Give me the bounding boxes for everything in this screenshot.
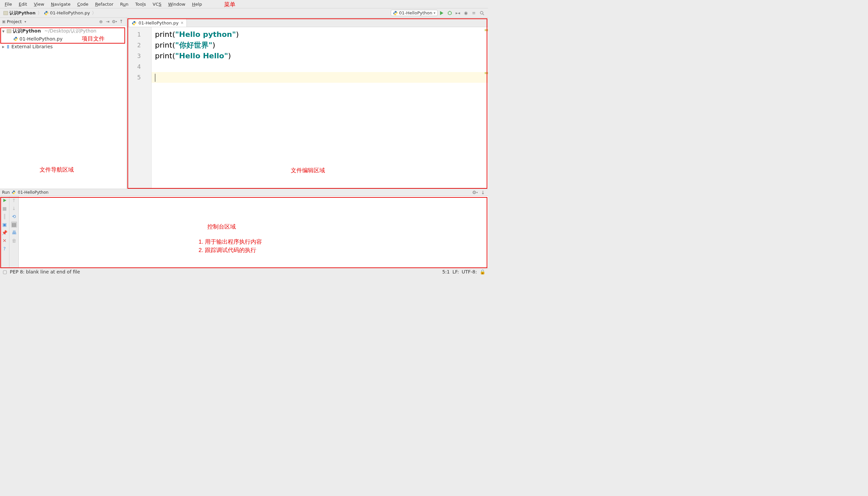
tree-root[interactable]: ▾ 认识Python ~/Desktop/认识Python — [0, 27, 126, 35]
run-toolbar-left: ■ ║ ▣ 📌 ✕ ? — [0, 196, 10, 268]
tree-file-label: 01-HelloPython.py — [19, 36, 63, 42]
python-file-icon — [44, 11, 49, 15]
status-lock-icon[interactable]: 🔒 — [480, 269, 485, 275]
gear-icon[interactable]: ⚙▾ — [111, 19, 117, 25]
tree-file[interactable]: 01-HelloPython.py — [0, 35, 126, 43]
chevron-down-icon[interactable]: ▾ — [25, 20, 26, 24]
run-panel-header: Run 01-HelloPython ⚙▾ ⤓ — [0, 189, 488, 196]
console-output[interactable] — [19, 196, 488, 268]
main-menu-bar: File Edit View Navigate Code Refactor Ru… — [0, 0, 488, 9]
code-line — [152, 61, 488, 72]
line-number: 4 — [127, 61, 151, 72]
code-line-current — [152, 72, 488, 83]
menu-view[interactable]: View — [31, 2, 48, 7]
breadcrumb-separator: 〉 — [92, 10, 96, 16]
status-position[interactable]: 5:1 — [442, 269, 450, 275]
svg-point-13 — [16, 40, 16, 40]
chevron-down-icon: ▾ — [434, 11, 435, 15]
menu-code[interactable]: Code — [74, 2, 92, 7]
svg-point-10 — [480, 11, 483, 14]
hide-icon[interactable]: ⤒ — [118, 19, 124, 25]
menu-help[interactable]: Help — [189, 2, 206, 7]
debug-button[interactable] — [446, 10, 453, 16]
run-panel: ■ ║ ▣ 📌 ✕ ? ↑ ↓ ⟲ ▤ 🖶 🗑 — [0, 196, 488, 268]
menu-run[interactable]: Run — [117, 2, 132, 7]
line-number: 2 — [127, 40, 151, 51]
rerun-button[interactable] — [2, 197, 8, 203]
code-line: print("Hello python") — [152, 29, 488, 40]
editor-gutter: 1 2 3 4 5 — [127, 27, 152, 189]
navigation-bar: 认识Python 〉 01-HelloPython.py 〉 01-HelloP… — [0, 9, 488, 18]
locate-icon[interactable]: ⊕ — [98, 19, 104, 25]
breadcrumb-separator: 〉 — [38, 10, 42, 16]
search-icon[interactable] — [479, 10, 485, 16]
close-tab-icon[interactable]: ✕ — [180, 21, 183, 25]
expand-arrow-icon[interactable]: ▸ — [1, 44, 5, 49]
svg-point-3 — [396, 14, 396, 14]
clear-button[interactable]: 🗑 — [11, 238, 17, 244]
line-number: 1 — [127, 29, 151, 40]
run-toolbar-left2: ↑ ↓ ⟲ ▤ 🖶 🗑 — [10, 196, 19, 268]
close-button[interactable]: ✕ — [2, 238, 8, 244]
folder-icon — [3, 11, 8, 15]
pin-button[interactable]: 📌 — [2, 230, 8, 236]
print-button[interactable]: 🖶 — [11, 230, 17, 236]
project-panel-header: ▣ Project ▾ ⊕ ⇥ ⚙▾ ⤒ — [0, 18, 126, 26]
svg-line-11 — [483, 14, 484, 15]
down-button[interactable]: ↓ — [11, 205, 17, 212]
svg-point-4 — [448, 11, 451, 15]
code-editor[interactable]: 1 2 3 4 5 print("Hello python") print("你… — [127, 27, 488, 189]
run-panel-label: Run — [2, 190, 10, 195]
up-button[interactable]: ↑ — [11, 197, 17, 203]
line-number: 5 — [127, 72, 151, 83]
pause-button[interactable]: ║ — [2, 214, 8, 219]
code-line: print("你好世界") — [152, 40, 488, 51]
python-file-icon — [132, 21, 136, 26]
wrap-button[interactable]: ⟲ — [11, 214, 17, 219]
python-icon — [393, 11, 398, 15]
menu-tools[interactable]: Tools — [132, 2, 149, 7]
project-view-icon: ▣ — [2, 19, 5, 24]
editor-tab[interactable]: 01-HelloPython.py ✕ — [129, 19, 187, 27]
run-config-selector[interactable]: 01-HelloPython ▾ — [391, 10, 438, 16]
tree-extlib-label: External Libraries — [11, 44, 53, 49]
gear-icon[interactable]: ⚙▾ — [472, 189, 478, 196]
run-panel-name: 01-HelloPython — [18, 190, 49, 195]
menu-refactor[interactable]: Refactor — [92, 2, 117, 7]
hide-icon[interactable]: ⤓ — [480, 189, 486, 196]
scroll-button[interactable]: ▤ — [11, 221, 17, 228]
concurrency-button[interactable]: ≡ — [470, 10, 477, 16]
svg-point-1 — [47, 14, 47, 14]
collapse-icon[interactable]: ⇥ — [105, 19, 111, 25]
svg-point-15 — [134, 24, 135, 25]
menu-navigate[interactable]: Navigate — [48, 2, 74, 7]
status-line-sep[interactable]: LF: — [452, 269, 459, 275]
profile-button[interactable]: ◉ — [463, 10, 469, 16]
coverage-button[interactable]: ▸◂ — [454, 10, 461, 16]
warning-mark[interactable] — [485, 72, 488, 74]
dump-button[interactable]: ▣ — [2, 221, 8, 228]
code-area[interactable]: print("Hello python") print("你好世界") prin… — [152, 27, 488, 189]
warning-mark[interactable] — [485, 29, 488, 31]
tree-external-libs[interactable]: ▸ ||| External Libraries — [0, 43, 126, 50]
editor-tab-label: 01-HelloPython.py — [138, 20, 178, 26]
project-panel-title: Project — [7, 19, 21, 24]
folder-icon — [7, 29, 11, 33]
status-encoding[interactable]: UTF-8: — [462, 269, 477, 275]
project-tree: ▾ 认识Python ~/Desktop/认识Python 01-HelloPy… — [0, 26, 126, 52]
breadcrumb-file-label: 01-HelloPython.py — [50, 10, 90, 15]
menu-vcs[interactable]: VCS — [149, 2, 165, 7]
run-button[interactable] — [438, 10, 445, 16]
menu-edit[interactable]: Edit — [15, 2, 31, 7]
python-file-icon — [13, 36, 18, 41]
menu-window[interactable]: Window — [165, 2, 189, 7]
status-icon: ▢ — [3, 269, 7, 275]
breadcrumb-file[interactable]: 01-HelloPython.py — [43, 10, 91, 15]
help-button[interactable]: ? — [2, 246, 8, 252]
breadcrumb-root[interactable]: 认识Python — [2, 10, 37, 16]
menu-file[interactable]: File — [1, 2, 15, 7]
library-icon: ||| — [7, 44, 9, 49]
stop-button[interactable]: ■ — [2, 205, 8, 212]
expand-arrow-icon[interactable]: ▾ — [1, 29, 5, 34]
svg-point-0 — [45, 11, 46, 11]
